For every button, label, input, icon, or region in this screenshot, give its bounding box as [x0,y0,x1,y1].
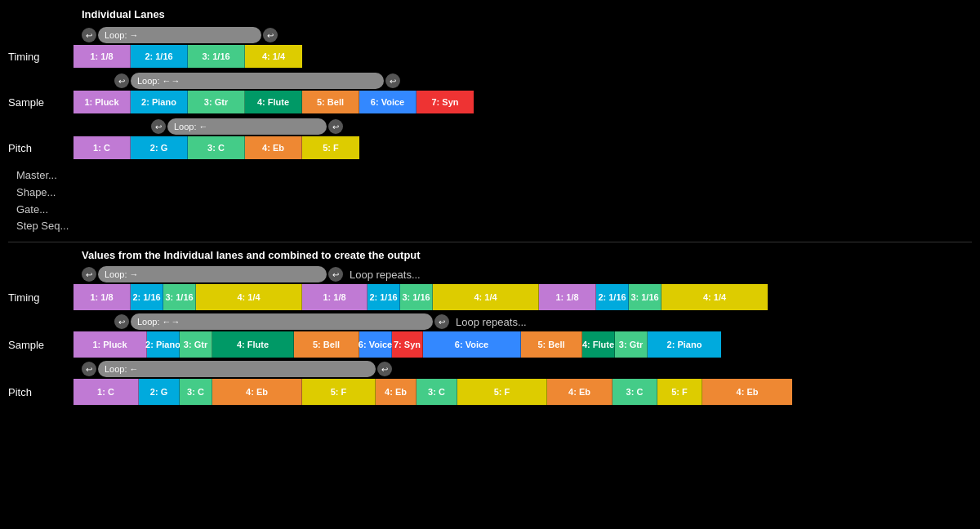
combined-timing-segments: 1: 1/82: 1/163: 1/164: 1/41: 1/82: 1/163… [74,284,972,310]
comb-t-loop-start: ↩ [82,267,96,282]
timing-loop-row: ↩ Loop: → ↩ [82,27,972,43]
segment-1--pluck: 1: Pluck [74,91,131,113]
comb-p-loop-end: ↩ [377,362,392,376]
timing-segments: 1: 1/82: 1/163: 1/164: 1/4 [74,45,302,68]
comb-s-loop-bar: Loop: ←→ [131,313,433,330]
combined-pitch-loop-row: ↩ Loop: ← ↩ [82,361,972,377]
loop-start-icon: ↩ [82,28,96,42]
segment-2--1-16: 2: 1/16 [596,284,629,310]
segment-6--voice: 6: Voice [359,331,392,358]
timing-label: Timing [8,51,74,63]
sample-label: Sample [8,96,74,109]
segment-4--1-4: 4: 1/4 [245,45,302,68]
segment-2--1-16: 2: 1/16 [368,284,400,310]
divider [8,242,972,242]
segment-2--g: 2: G [131,136,188,159]
sample-loop-bar: Loop: ←→ [131,73,384,89]
segment-5--f: 5: F [657,379,702,405]
segment-3--gtr: 3: Gtr [188,91,245,113]
comb-p-loop-start: ↩ [82,362,96,376]
sample-loop-start-icon: ↩ [114,73,129,88]
combined-sample-segments: 1: Pluck2: Piano3: Gtr4: Flute5: Bell6: … [74,331,972,358]
pitch-label: Pitch [8,142,74,154]
combined-sample-label: Sample [8,339,74,351]
extra-labels: Master...Shape...Gate...Step Seq... [16,167,972,235]
comb-t-loop-bar: Loop: → [98,266,327,282]
segment-3--c: 3: C [612,379,657,405]
extra-label: Step Seq... [16,218,972,235]
combined-pitch-row: Pitch 1: C2: G3: C4: Eb5: F4: Eb3: C5: F… [8,379,972,405]
segment-2--piano: 2: Piano [131,91,188,113]
timing-loop-bar: Loop: → [98,27,261,43]
combined-pitch-segments: 1: C2: G3: C4: Eb5: F4: Eb3: C5: F4: Eb3… [74,379,972,405]
combined-sample-row: Sample 1: Pluck2: Piano3: Gtr4: Flute5: … [8,331,972,358]
segment-1--1-8: 1: 1/8 [539,284,596,310]
segment-2--1-16: 2: 1/16 [131,284,163,310]
segment-6--voice: 6: Voice [423,331,521,358]
pitch-segments: 1: C2: G3: C4: Eb5: F [74,136,359,159]
segment-7--syn: 7: Syn [392,331,423,358]
segment-5--bell: 5: Bell [294,331,359,358]
segment-3--1-16: 3: 1/16 [188,45,245,68]
pitch-lane: Pitch 1: C2: G3: C4: Eb5: F [8,136,972,159]
segment-1--1-8: 1: 1/8 [74,45,131,68]
segment-4--eb: 4: Eb [547,379,612,405]
combined-timing-row: Timing 1: 1/82: 1/163: 1/164: 1/41: 1/82… [8,284,972,310]
segment-4--eb: 4: Eb [376,379,416,405]
segment-1--1-8: 1: 1/8 [74,284,131,310]
comb-s-loop-repeats: Loop repeats... [456,316,527,328]
segment-2--piano: 2: Piano [648,331,721,358]
segment-4--flute: 4: Flute [212,331,294,358]
segment-4--1-4: 4: 1/4 [433,284,539,310]
comb-p-loop-bar: Loop: ← [98,361,376,377]
segment-5--bell: 5: Bell [521,331,582,358]
sample-loop-row: ↩ Loop: ←→ ↩ [114,73,972,89]
segment-4--flute: 4: Flute [582,331,615,358]
segment-2--piano: 2: Piano [147,331,180,358]
segment-4--eb: 4: Eb [212,379,302,405]
comb-t-loop-end: ↩ [328,267,343,282]
segment-5--bell: 5: Bell [302,91,359,113]
extra-label: Gate... [16,202,972,219]
extra-label: Master... [16,167,972,184]
segment-7--syn: 7: Syn [416,91,474,113]
loop-end-icon: ↩ [263,28,278,42]
segment-6--voice: 6: Voice [359,91,416,113]
pitch-loop-end-icon: ↩ [328,119,343,134]
combined-title: Values from the Individual lanes and com… [82,249,972,261]
segment-1--c: 1: C [74,136,131,159]
combined-sample-loop-row: ↩ Loop: ←→ ↩ Loop repeats... [114,313,972,330]
comb-s-loop-end: ↩ [434,314,449,329]
segment-5--f: 5: F [457,379,547,405]
segment-3--c: 3: C [416,379,457,405]
segment-4--flute: 4: Flute [245,91,302,113]
segment-5--f: 5: F [302,136,359,159]
segment-4--eb: 4: Eb [245,136,302,159]
timing-lane: Timing 1: 1/82: 1/163: 1/164: 1/4 [8,45,972,68]
pitch-loop-row: ↩ Loop: ← ↩ [151,118,972,135]
segment-3--1-16: 3: 1/16 [629,284,662,310]
combined-pitch-label: Pitch [8,386,74,398]
segment-2--g: 2: G [139,379,180,405]
segment-2--1-16: 2: 1/16 [131,45,188,68]
segment-3--1-16: 3: 1/16 [400,284,433,310]
segment-1--1-8: 1: 1/8 [302,284,368,310]
extra-label: Shape... [16,184,972,202]
comb-t-loop-repeats: Loop repeats... [350,269,421,281]
sample-segments: 1: Pluck2: Piano3: Gtr4: Flute5: Bell6: … [74,91,474,113]
segment-5--f: 5: F [302,379,376,405]
segment-3--c: 3: C [188,136,245,159]
sample-loop-end-icon: ↩ [385,73,400,88]
combined-timing-loop-row: ↩ Loop: → ↩ Loop repeats... [82,266,972,282]
pitch-loop-bar: Loop: ← [167,118,327,135]
segment-3--gtr: 3: Gtr [615,331,648,358]
combined-timing-label: Timing [8,291,74,304]
individual-title: Individual Lanes [82,8,972,20]
segment-1--pluck: 1: Pluck [74,331,147,358]
pitch-loop-start-icon: ↩ [151,119,166,134]
sample-lane: Sample 1: Pluck2: Piano3: Gtr4: Flute5: … [8,91,972,113]
segment-4--eb: 4: Eb [702,379,792,405]
segment-1--c: 1: C [74,379,139,405]
segment-3--1-16: 3: 1/16 [163,284,196,310]
segment-4--1-4: 4: 1/4 [196,284,302,310]
